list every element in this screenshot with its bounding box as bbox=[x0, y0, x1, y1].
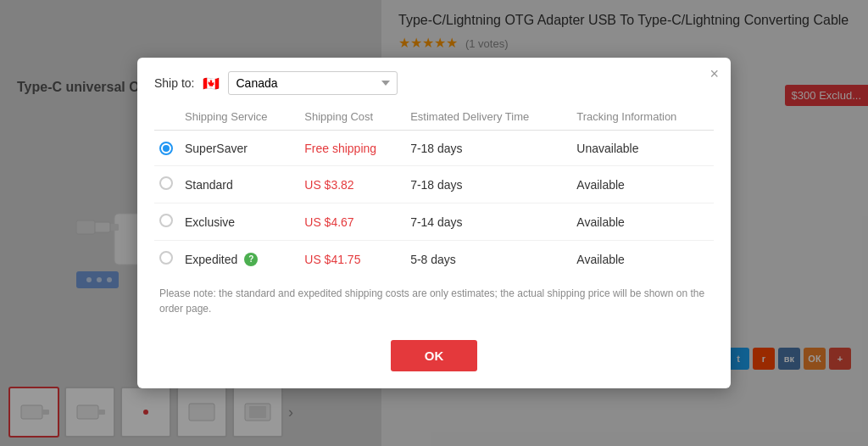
service-name-1: Standard bbox=[185, 178, 233, 192]
shipping-radio-2[interactable] bbox=[159, 214, 173, 227]
col-header-service: Shipping Service bbox=[180, 103, 299, 131]
table-row[interactable]: ExclusiveUS $4.677-14 daysAvailable bbox=[154, 203, 714, 241]
country-select[interactable]: Canada bbox=[228, 71, 398, 95]
delivery-time-1: 7-18 days bbox=[405, 166, 571, 203]
country-flag: 🇨🇦 bbox=[203, 75, 220, 92]
modal-footer: OK bbox=[137, 328, 731, 388]
shipping-table-body: SuperSaverFree shipping7-18 daysUnavaila… bbox=[154, 131, 714, 278]
table-row[interactable]: Expedited?US $41.755-8 daysAvailable bbox=[154, 241, 714, 278]
modal-overlay: Ship to: 🇨🇦 Canada × Shipping Service Sh… bbox=[0, 0, 868, 446]
tracking-info-3: Available bbox=[571, 241, 714, 278]
delivery-time-2: 7-14 days bbox=[405, 203, 571, 241]
table-row[interactable]: StandardUS $3.827-18 daysAvailable bbox=[154, 166, 714, 203]
ok-button[interactable]: OK bbox=[391, 340, 478, 371]
tracking-info-1: Available bbox=[571, 166, 714, 203]
service-name-0: SuperSaver bbox=[185, 142, 248, 155]
tracking-info-2: Available bbox=[571, 203, 714, 241]
shipping-options-body: Shipping Service Shipping Cost Estimated… bbox=[137, 103, 731, 328]
shipping-cost-2: US $4.67 bbox=[299, 203, 405, 241]
delivery-time-0: 7-18 days bbox=[405, 131, 571, 166]
shipping-radio-1[interactable] bbox=[159, 176, 173, 190]
ship-to-label: Ship to: bbox=[154, 76, 194, 90]
shipping-disclaimer: Please note: the standard and expedited … bbox=[154, 277, 714, 320]
shipping-radio-3[interactable] bbox=[159, 251, 173, 265]
tracking-info-0: Unavailable bbox=[571, 131, 714, 166]
shipping-table: Shipping Service Shipping Cost Estimated… bbox=[154, 103, 714, 277]
shipping-cost-1: US $3.82 bbox=[299, 166, 405, 203]
shipping-radio-0[interactable] bbox=[159, 142, 173, 155]
service-name-2: Exclusive bbox=[185, 215, 235, 229]
table-header: Shipping Service Shipping Cost Estimated… bbox=[154, 103, 714, 131]
shipping-cost-0: Free shipping bbox=[299, 131, 405, 166]
col-header-cost: Shipping Cost bbox=[299, 103, 405, 131]
shipping-modal: Ship to: 🇨🇦 Canada × Shipping Service Sh… bbox=[137, 58, 731, 388]
col-header-tracking: Tracking Information bbox=[571, 103, 714, 131]
col-header-radio bbox=[154, 103, 180, 131]
col-header-delivery: Estimated Delivery Time bbox=[405, 103, 571, 131]
modal-header: Ship to: 🇨🇦 Canada × bbox=[137, 58, 731, 103]
modal-close-button[interactable]: × bbox=[709, 66, 719, 81]
shipping-cost-3: US $41.75 bbox=[299, 241, 405, 278]
delivery-time-3: 5-8 days bbox=[405, 241, 571, 278]
info-icon-3[interactable]: ? bbox=[244, 253, 258, 266]
table-row[interactable]: SuperSaverFree shipping7-18 daysUnavaila… bbox=[154, 131, 714, 166]
service-name-3: Expedited bbox=[185, 253, 237, 266]
